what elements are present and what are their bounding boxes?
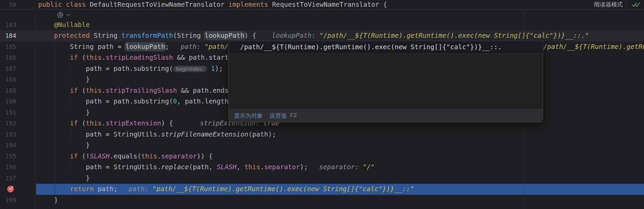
- sticky-header-code: public class DefaultRequestToViewNameTra…: [38, 0, 387, 9]
- line-number[interactable]: 196: [0, 162, 16, 173]
- code-vision-inlay[interactable]: [57, 11, 70, 19]
- code-text: String path = lookupPath;: [70, 41, 169, 53]
- inlay-hint-icon: [57, 11, 64, 19]
- code-token: if: [70, 119, 78, 127]
- code-line-193[interactable]: 193path = StringUtils.stripFilenameExten…: [0, 129, 644, 140]
- sticky-line-number: 58: [0, 0, 16, 9]
- code-token: ) {: [244, 32, 256, 39]
- code-token: ;: [165, 43, 169, 51]
- line-number[interactable]: 195: [0, 151, 16, 162]
- code-line-196[interactable]: 196path = StringUtils.replace(path, SLAS…: [0, 162, 644, 173]
- inline-debug-hint[interactable]: separator: "/": [319, 162, 375, 173]
- code-line-195[interactable]: 195if (!SLASH.equals(this.separator)) {: [0, 151, 644, 162]
- code-text: return path;: [70, 184, 118, 195]
- code-token: );: [215, 65, 223, 72]
- code-token: public class: [38, 1, 90, 8]
- line-number[interactable]: 199: [0, 195, 16, 206]
- code-token: (!: [78, 152, 89, 160]
- popup-footer: 显示为对象 设置值 F2: [229, 109, 543, 122]
- code-token: .: [260, 163, 264, 171]
- reader-mode-button[interactable]: 阅读器模式: [594, 0, 623, 9]
- breakpoint-check-icon: [8, 186, 14, 191]
- code-token: lookupPath: [205, 32, 244, 39]
- popup-value-field[interactable]: /path/__${T(Runtime).getRuntime().exec(n…: [229, 41, 543, 54]
- chevron-down-icon: [66, 13, 70, 16]
- code-line-194[interactable]: 194}: [0, 140, 644, 151]
- code-token: @Nullable: [54, 21, 90, 29]
- line-number[interactable]: 187: [0, 63, 16, 74]
- code-token: protected: [54, 32, 94, 39]
- code-token: DefaultRequestToViewNameTranslator: [90, 1, 229, 8]
- line-number[interactable]: 190: [0, 96, 16, 107]
- code-token: String path =: [70, 43, 125, 51]
- set-value-shortcut: F2: [290, 112, 297, 119]
- code-token: .: [157, 152, 161, 160]
- code-token: path = path.substring(: [86, 65, 173, 72]
- code-line-183[interactable]: 183@Nullable: [0, 20, 644, 31]
- code-token: (path,: [189, 163, 216, 171]
- line-number[interactable]: 197: [0, 173, 16, 184]
- inspections-double-check-icon[interactable]: [631, 1, 641, 8]
- code-token: RequestToViewNameTranslator: [272, 1, 379, 8]
- line-number[interactable]: 192: [0, 118, 16, 129]
- line-number[interactable]: 189: [0, 85, 16, 96]
- code-text: }: [86, 107, 90, 118]
- line-number[interactable]: 191: [0, 107, 16, 118]
- code-token: }: [86, 174, 90, 182]
- code-token: this: [86, 54, 102, 61]
- set-value-link[interactable]: 设置值: [269, 112, 287, 120]
- ide-editor: 183@Nullable184protected String transfor…: [0, 0, 644, 209]
- code-token: .: [102, 87, 106, 94]
- code-token: ,: [236, 163, 244, 171]
- code-line-199[interactable]: 199}: [0, 195, 644, 206]
- debug-value-popup: /path/__${T(Runtime).getRuntime().exec(n…: [228, 41, 543, 122]
- code-token: .: [102, 119, 106, 127]
- header-divider: [627, 2, 627, 8]
- code-token: return: [70, 185, 94, 193]
- inline-debug-hint-text: separator:: [319, 163, 363, 171]
- line-number[interactable]: 186: [0, 52, 16, 63]
- code-token: separator: [264, 163, 300, 171]
- inline-debug-hint-text: "/": [363, 163, 375, 171]
- code-line-197[interactable]: 197}: [0, 173, 644, 184]
- code-token: path = path.substring(: [86, 97, 173, 105]
- inline-debug-hint-text: "/path/__${T(Runtime).getRuntime().exec(…: [539, 43, 644, 51]
- code-token: ) {: [161, 119, 173, 127]
- code-line-184[interactable]: 184protected String transformPath(String…: [0, 30, 644, 41]
- code-text: protected String transformPath(String lo…: [54, 30, 256, 41]
- code-token: }: [54, 196, 58, 204]
- code-text: }: [86, 140, 90, 151]
- code-token: String: [94, 32, 121, 39]
- code-token: [207, 65, 211, 72]
- code-token: this: [86, 119, 102, 127]
- inline-debug-hint-text: path:: [181, 43, 204, 51]
- code-token: }: [86, 109, 90, 116]
- code-token: }: [86, 76, 90, 83]
- code-token: stripExtension: [106, 119, 161, 127]
- code-token: if: [70, 54, 78, 61]
- code-token: stripTrailingSlash: [106, 87, 177, 94]
- code-text: @Nullable: [54, 20, 90, 31]
- line-number[interactable]: 194: [0, 140, 16, 151]
- code-token: path = StringUtils.: [86, 163, 161, 171]
- code-text: if (this.stripExtension) {: [70, 118, 173, 129]
- line-number[interactable]: 188: [0, 74, 16, 85]
- line-number[interactable]: 193: [0, 129, 16, 140]
- code-token: (: [78, 54, 85, 61]
- code-text: path = path.substring(beginIndex: 1);: [86, 63, 223, 75]
- code-token: .equals(: [109, 152, 141, 160]
- code-token: if: [70, 87, 78, 94]
- code-token: }: [86, 141, 90, 149]
- show-as-object-link[interactable]: 显示为对象: [234, 112, 263, 120]
- inline-debug-hint[interactable]: lookupPath: "/path/__${T(Runtime).getRun…: [272, 30, 589, 41]
- code-line-198[interactable]: return path;path: "path/__${T(Runtime).g…: [0, 184, 644, 195]
- code-token: transformPath: [122, 32, 173, 39]
- code-token: (path);: [248, 130, 276, 138]
- code-token: this: [86, 87, 102, 94]
- code-token: separator: [161, 152, 197, 160]
- sticky-header: 58 public class DefaultRequestToViewName…: [0, 0, 644, 10]
- code-text: if (!SLASH.equals(this.separator)) {: [70, 151, 213, 162]
- code-token: {: [379, 1, 387, 8]
- code-token: beginIndex:: [173, 66, 207, 72]
- inline-debug-hint[interactable]: path: "path/__${T(Runtime).getRuntime().…: [129, 184, 414, 195]
